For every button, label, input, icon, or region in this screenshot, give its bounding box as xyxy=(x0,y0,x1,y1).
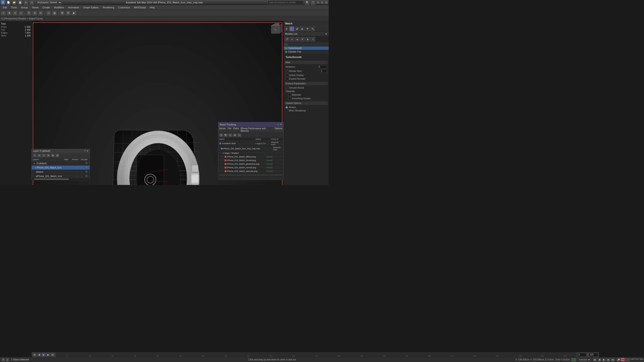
layer-delete-btn[interactable]: ✕ xyxy=(37,154,41,157)
save-btn[interactable]: 💾 xyxy=(18,0,22,5)
iterations-input[interactable] xyxy=(318,65,327,68)
render-btn[interactable]: ▶ xyxy=(72,10,76,15)
search-icon[interactable]: 🔍 xyxy=(305,0,310,5)
configure-modifier-sets-btn[interactable]: ≡ xyxy=(310,37,315,41)
modifier-bulb-icon[interactable] xyxy=(285,43,287,46)
asset-menu-file[interactable]: File xyxy=(228,127,231,132)
layer-iphone2-freeze[interactable]: − xyxy=(80,175,84,177)
menu-create[interactable]: Create xyxy=(41,6,52,9)
mirror-tool[interactable]: ⇔ xyxy=(46,10,51,15)
layer-default-freeze[interactable]: − xyxy=(80,162,84,164)
menu-edit[interactable]: Edit xyxy=(1,6,9,9)
asset-find-btn[interactable]: 🔍 xyxy=(224,133,228,137)
isoline-checkbox[interactable] xyxy=(286,74,288,76)
smoothing-groups-checkbox[interactable] xyxy=(288,97,291,100)
select-tool[interactable]: ↖ xyxy=(1,10,6,15)
help-btn[interactable]: ? xyxy=(310,0,316,5)
snap-toggle[interactable]: S xyxy=(26,10,32,15)
menu-animation[interactable]: Animation xyxy=(66,6,81,9)
asset-row-diffuse[interactable]: iPhone_iOS_Watch_diffuse.png Found xyxy=(218,155,283,159)
menu-maxscript[interactable]: MAXScript xyxy=(132,6,148,9)
menu-graph-editors[interactable]: Graph Editors xyxy=(82,6,100,9)
asset-row-glossiness[interactable]: iPhone_iOS_Watch_glossiness.png Found xyxy=(218,162,283,166)
move-down-btn[interactable]: ▼ xyxy=(300,37,305,41)
layer-expand-btn[interactable]: ⊞ xyxy=(51,154,55,157)
when-rendering-radio[interactable] xyxy=(286,110,288,112)
motion-tab-icon[interactable]: ▶ xyxy=(300,27,304,31)
layer-scrollbar[interactable] xyxy=(32,178,90,180)
close-btn[interactable]: × xyxy=(324,1,328,4)
layer-row-iphone-icon2[interactable]: ◈ iPhone_iOS_Watch_Icon − − xyxy=(32,174,90,178)
asset-row-frensel[interactable]: iPhone_iOS_Watch_frensel.png Found xyxy=(218,159,283,162)
delete-modifier-btn[interactable]: ✕ xyxy=(290,37,294,41)
undo-btn[interactable]: ↩ xyxy=(24,0,28,5)
explicit-normals-checkbox[interactable] xyxy=(286,77,288,80)
layer-default-hide[interactable]: − xyxy=(75,162,80,164)
layer-panel-question[interactable]: ? xyxy=(84,150,86,152)
asset-menu-options[interactable]: Options xyxy=(275,127,282,132)
hierarchy-tab-icon[interactable]: 🔗 xyxy=(295,27,299,31)
asset-list-btn[interactable]: ≡ xyxy=(228,133,232,137)
layer-iphone-freeze[interactable]: − xyxy=(80,166,84,169)
asset-menu-paths[interactable]: Paths xyxy=(233,127,239,132)
modifier-turbosmooth[interactable]: TurboSmooth xyxy=(284,46,329,50)
minimize-btn[interactable]: − xyxy=(316,1,320,4)
asset-menu-server[interactable]: Server xyxy=(219,127,226,132)
asset-row-normal[interactable]: iPhone_iOS_Watch_normal.png Found xyxy=(218,166,283,169)
asset-panel-close[interactable]: ✕ xyxy=(280,123,282,126)
layer-iphone-hide[interactable]: − xyxy=(75,166,80,169)
materials-checkbox[interactable] xyxy=(288,93,291,96)
new-btn[interactable]: 📄 xyxy=(6,0,11,5)
menu-group[interactable]: Group xyxy=(19,6,30,9)
open-btn[interactable]: 📂 xyxy=(12,0,17,5)
render-iters-input[interactable] xyxy=(320,69,327,73)
modifier-list-arrow[interactable]: ▼ xyxy=(325,33,327,35)
layer-iphone2-hide[interactable]: − xyxy=(75,175,80,177)
material-editor[interactable]: M xyxy=(60,10,65,15)
workspace-selector[interactable]: Workspace: Default xyxy=(35,0,62,4)
asset-row-maps-folder[interactable]: ▾ Maps / Shaders xyxy=(218,151,283,155)
utilities-tab-icon[interactable]: 🔧 xyxy=(310,27,315,31)
asset-help-btn[interactable]: ? xyxy=(237,133,241,137)
menu-modifiers[interactable]: Modifiers xyxy=(52,6,66,9)
asset-row-maxfile[interactable]: iPhone_iOS_Watch_Icon_max_vray.max Netwo… xyxy=(218,146,283,151)
layer-row-watch[interactable]: ◈ Watch − − xyxy=(32,170,90,174)
search-input[interactable] xyxy=(268,0,304,4)
menu-customize[interactable]: Customize xyxy=(116,6,132,9)
menu-help[interactable]: Help xyxy=(148,6,157,9)
menu-tools[interactable]: Tools xyxy=(9,6,19,9)
maximize-btn[interactable]: □ xyxy=(320,1,324,4)
redo-btn[interactable]: ↪ xyxy=(29,0,34,5)
navigation-cube[interactable]: Top xyxy=(269,22,282,36)
layer-select-btn[interactable]: ↗ xyxy=(42,154,46,157)
create-tab-icon[interactable]: ⚙ xyxy=(284,27,289,31)
render-setup[interactable]: R xyxy=(66,10,71,15)
asset-row-specular[interactable]: iPhone_iOS_Watch_specular.png Found xyxy=(218,169,283,173)
display-tab-icon[interactable]: 👁 xyxy=(305,27,310,31)
align-tool[interactable]: ▤ xyxy=(52,10,57,15)
asset-refresh-btn[interactable]: ↻ xyxy=(219,133,223,137)
asset-scrollbar[interactable] xyxy=(219,174,283,176)
asset-menu-bitmap[interactable]: Bitmap Performance and Memory xyxy=(241,127,273,132)
layer-row-iphone-icon[interactable]: ▾ iPhone_iOS_Watch_Icon − − xyxy=(32,166,90,170)
move-up-btn[interactable]: ▲ xyxy=(295,37,300,41)
always-radio[interactable] xyxy=(286,106,288,108)
move-tool[interactable]: ✥ xyxy=(7,10,12,15)
asset-row-vault[interactable]: Autodesk Vault Logged Out ... Network Pa… xyxy=(218,141,283,146)
menu-views[interactable]: Views xyxy=(30,6,40,9)
make-unique-btn[interactable]: ◈ xyxy=(306,37,310,41)
layer-collapse-btn[interactable]: ⊟ xyxy=(55,154,59,157)
percent-snap[interactable]: % xyxy=(38,10,43,15)
layer-watch-hide[interactable]: − xyxy=(75,171,80,173)
pin-modifier-btn[interactable]: 📌 xyxy=(285,37,289,41)
layer-row-default[interactable]: ▸ 0 (default) − − xyxy=(32,161,90,166)
angle-snap[interactable]: A xyxy=(32,10,37,15)
layer-panel-close[interactable]: ✕ xyxy=(86,150,88,152)
layer-watch-freeze[interactable]: − xyxy=(80,171,84,173)
modifier-editable-poly[interactable]: Editable Poly xyxy=(284,50,329,54)
rotate-tool[interactable]: ↻ xyxy=(13,10,18,15)
menu-rendering[interactable]: Rendering xyxy=(101,6,116,9)
render-iters-checkbox[interactable]: ✓ xyxy=(286,70,288,73)
layer-move-to-btn[interactable]: ▼ xyxy=(46,154,50,157)
modify-tab-icon[interactable]: ✏ xyxy=(290,27,294,31)
